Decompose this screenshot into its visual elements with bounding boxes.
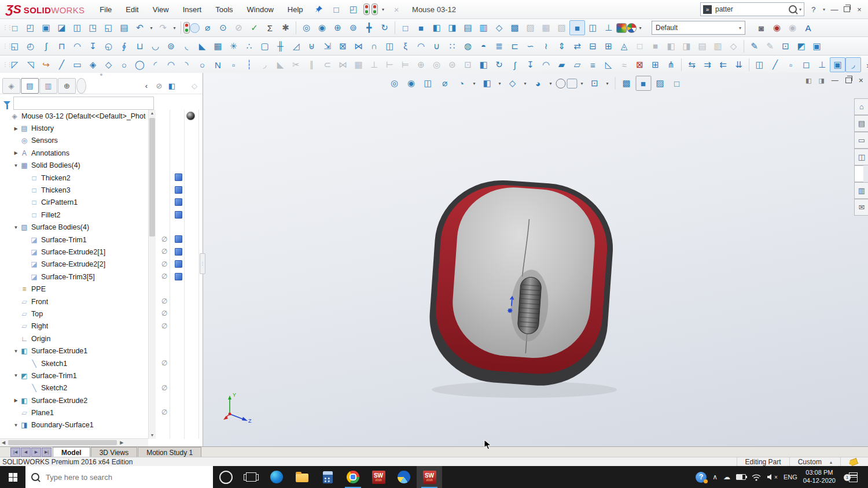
tree-item-boundary-surface1[interactable]: ▼◨Boundary-Surface1 [0, 419, 203, 431]
edit-sketch[interactable]: ✎ [746, 39, 762, 54]
scroll-left-icon[interactable]: ◀ [0, 440, 7, 445]
replace-face[interactable]: ⊞ [648, 57, 663, 72]
help-button[interactable]: ? [810, 5, 818, 14]
orientation-front-disabled[interactable]: □ [632, 39, 648, 54]
measure[interactable]: ⌀ [200, 20, 215, 35]
view-display-settings-dropdown[interactable]: ▾ [604, 76, 611, 91]
delete-solid[interactable]: ⊠ [335, 39, 351, 54]
new-document-quick[interactable]: □ [329, 2, 344, 17]
taskpane-custom-properties[interactable]: ▥ [854, 182, 868, 199]
zoom-in-out[interactable]: ⊕ [330, 20, 345, 35]
fillet[interactable]: ◟ [179, 39, 194, 54]
hidden-eye-badge-icon[interactable]: ∅ [160, 383, 169, 393]
chamfer[interactable]: ◣ [194, 39, 210, 54]
move-face[interactable]: ⇲ [319, 39, 335, 54]
zoom-to-area[interactable]: ◉ [314, 20, 330, 35]
apply-scene-headsup[interactable] [567, 79, 577, 88]
hud-shaded-with-edges[interactable]: ▩ [619, 76, 634, 91]
ellipse[interactable]: ○ [194, 57, 210, 72]
apply-scene[interactable] [616, 23, 627, 33]
record-video[interactable]: ◉ [769, 20, 785, 35]
line[interactable]: ╱ [54, 57, 69, 72]
reference-point[interactable]: ▫ [783, 57, 799, 72]
edit-appearance[interactable] [190, 23, 200, 33]
center-rectangle[interactable]: ◈ [85, 57, 101, 72]
taskpane-forum[interactable]: ✉ [854, 199, 868, 216]
linear-sketch-pattern[interactable]: ▦ [351, 57, 366, 72]
edrawings-button[interactable] [391, 466, 417, 488]
tree-item-solid-bodies-4[interactable]: ▼▦Solid Bodies(4) [0, 160, 203, 172]
display-shaded[interactable]: ■ [569, 20, 585, 35]
perimeter-circle[interactable]: ◯ [132, 57, 148, 72]
tree-item-surface-extrude2[interactable]: ▶◧Surface-Extrude2 [0, 394, 203, 406]
tree-item-surface-trim3-5[interactable]: ◪Surface-Trim3[5]∅ [0, 271, 203, 283]
tree-item-front[interactable]: ▱Front∅ [0, 295, 203, 308]
intersect[interactable]: ∩ [366, 39, 382, 54]
circular-pattern[interactable]: ✳ [226, 39, 241, 54]
sketch-numeric-input[interactable]: ⊡ [460, 57, 476, 72]
collapse-panel[interactable]: ‹ [141, 79, 152, 93]
toggle-axis-display[interactable]: ⊥ [814, 57, 830, 72]
more-commands[interactable]: » [861, 57, 868, 72]
split[interactable]: ⋈ [351, 39, 366, 54]
tree-item-fillet2[interactable]: □Fillet2 [0, 209, 203, 221]
toolbar-grip[interactable]: ⋮⋮ [2, 25, 5, 30]
new-document[interactable]: □ [7, 20, 23, 35]
swept-surface[interactable]: ∫ [507, 57, 523, 72]
hide-show-items[interactable]: ◔ [454, 76, 469, 91]
taskpane-home[interactable]: ⌂ [854, 98, 868, 115]
hidden-eye-badge-icon[interactable]: ∅ [160, 408, 169, 417]
tangent-arc[interactable]: ◠ [163, 57, 179, 72]
hidden-eye-badge-icon[interactable]: ∅ [160, 235, 169, 244]
scale[interactable]: ⇕ [554, 39, 569, 54]
taskbar-search-input[interactable] [45, 472, 207, 482]
note-text[interactable]: A [800, 20, 816, 35]
scroll-thumb[interactable] [8, 440, 117, 445]
body-display-badge-icon[interactable] [174, 185, 183, 194]
orientation-right-disabled[interactable]: ◨ [679, 39, 694, 54]
previous-document-icon[interactable]: ◧ [806, 77, 811, 84]
tree-item-sketch1[interactable]: ╲Sketch1∅ [0, 357, 203, 369]
centerpoint-arc[interactable]: ◜ [148, 57, 163, 72]
smart-dimension[interactable]: ↪ [38, 57, 54, 72]
menu-help[interactable]: Help [282, 3, 309, 16]
hud-shaded[interactable]: ■ [635, 76, 651, 91]
freeform[interactable]: ≈ [616, 57, 632, 72]
section-view[interactable]: ◫ [420, 76, 436, 91]
tree-item-right[interactable]: ▱Right∅ [0, 320, 203, 332]
view-top[interactable]: ▤ [460, 20, 476, 35]
display-style-dropdown[interactable]: ▾ [496, 76, 503, 91]
display-hidden-lines-removed[interactable]: ▦ [538, 20, 554, 35]
tree-item-surface-trim1[interactable]: ◪Surface-Trim1∅ [0, 234, 203, 246]
spline[interactable]: N [210, 57, 226, 72]
extend-surface[interactable]: ⇉ [700, 57, 715, 72]
hidden-eye-badge-icon[interactable]: ∅ [160, 309, 169, 318]
tree-item-history[interactable]: ▶▤History [0, 122, 203, 134]
open-document-quick[interactable]: ◰ [346, 2, 362, 17]
make-perpendicular[interactable]: ⊥ [366, 57, 382, 72]
display-pane-hide[interactable]: ⊘ [153, 79, 165, 93]
composite-curve[interactable]: ∪ [429, 39, 444, 54]
body-display-badge-icon[interactable] [174, 260, 183, 269]
tree-item-ppe[interactable]: ≡PPE [0, 283, 203, 295]
extruded-surface[interactable]: ◧ [476, 57, 491, 72]
display-style[interactable]: ◧ [479, 76, 495, 91]
tag-icon[interactable] [848, 457, 859, 466]
section-view[interactable]: ◫ [585, 20, 601, 35]
boundary-surface[interactable]: ◠ [538, 57, 554, 72]
zoom-to-selection[interactable]: ⊚ [345, 20, 361, 35]
hidden-eye-badge-icon[interactable]: ∅ [160, 321, 169, 331]
search-input[interactable] [714, 5, 786, 14]
start-button[interactable] [0, 466, 25, 488]
offset-entities[interactable]: ∥ [304, 57, 319, 72]
view-right[interactable]: ◨ [444, 20, 460, 35]
next-document-icon[interactable]: ◨ [818, 77, 824, 84]
hidden-eye-badge-icon[interactable]: ∅ [160, 260, 169, 269]
swept-boss-base[interactable]: ∫ [38, 39, 54, 54]
file-explorer-button[interactable] [289, 466, 315, 488]
revolved-cut[interactable]: ◵ [101, 39, 116, 54]
extruded-cut[interactable]: ↧ [85, 39, 101, 54]
save-as[interactable]: ◪ [54, 20, 69, 35]
view-back[interactable]: ■ [413, 20, 429, 35]
taskbar-search[interactable] [25, 466, 213, 488]
